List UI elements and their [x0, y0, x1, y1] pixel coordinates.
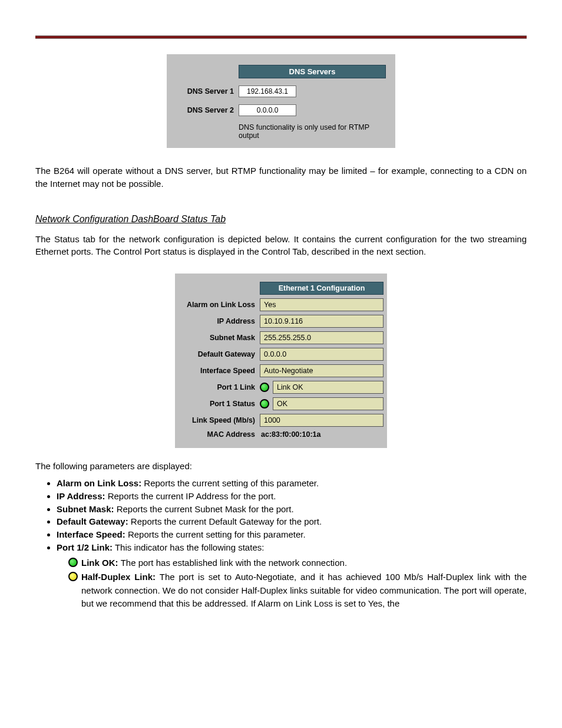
gw-value: 0.0.0.0 [260, 348, 384, 361]
ip-label: IP Address [178, 317, 260, 325]
param-speed: Interface Speed: Reports the current set… [57, 528, 527, 541]
status-paragraph: The Status tab for the network configura… [35, 233, 527, 259]
dns-server1-label: DNS Server 1 [174, 87, 239, 95]
speed-value: Auto-Negotiate [260, 364, 384, 377]
led-green-icon [68, 558, 78, 567]
page-root: DNS Servers DNS Server 1 DNS Server 2 DN… [0, 0, 562, 635]
param-gw: Default Gateway: Reports the current Def… [57, 515, 527, 528]
section-heading: Network Configuration DashBoard Status T… [35, 214, 527, 225]
status-led-green-icon [260, 399, 269, 409]
indicator-sublist: Link OK: The port has established link w… [68, 556, 527, 611]
param-portlink: Port 1/2 Link: This indicator has the fo… [57, 541, 527, 554]
linkspeed-value: 1000 [260, 414, 384, 427]
param-ip: IP Address: Reports the current IP Addre… [57, 490, 527, 503]
gw-label: Default Gateway [178, 350, 260, 358]
ip-value: 10.10.9.116 [260, 315, 384, 328]
dns-server2-label: DNS Server 2 [174, 106, 239, 114]
port-link-label: Port 1 Link [178, 383, 260, 391]
status-led-green-icon [260, 383, 269, 392]
dns-server1-input[interactable] [239, 85, 296, 97]
param-alarm: Alarm on Link Loss: Reports the current … [57, 477, 527, 490]
alarm-label: Alarm on Link Loss [178, 301, 260, 309]
eth-header: Ethernet 1 Configuration [260, 282, 384, 295]
indicator-half-duplex: Half-Duplex Link: The port is set to Aut… [68, 571, 527, 611]
dns-server2-input[interactable] [239, 104, 296, 116]
dns-server1-row: DNS Server 1 [174, 85, 386, 97]
mask-value: 255.255.255.0 [260, 331, 384, 344]
intro-paragraph: The B264 will operate without a DNS serv… [35, 164, 527, 190]
ethernet-panel: Ethernet 1 Configuration Alarm on Link L… [175, 274, 387, 448]
param-mask: Subnet Mask: Reports the current Subnet … [57, 503, 527, 516]
mac-value: ac:83:f0:00:10:1a [260, 430, 384, 439]
led-yellow-icon [68, 572, 78, 581]
dns-note: DNS functionality is only used for RTMP … [174, 123, 386, 140]
indicator-link-ok: Link OK: The port has established link w… [68, 556, 527, 570]
dns-panel: DNS Servers DNS Server 1 DNS Server 2 DN… [167, 54, 395, 148]
top-rule [35, 35, 527, 39]
dns-server2-row: DNS Server 2 [174, 104, 386, 116]
mac-label: MAC Address [178, 430, 260, 439]
port-status-value: OK [273, 397, 384, 410]
dns-header: DNS Servers [239, 65, 386, 78]
speed-label: Interface Speed [178, 367, 260, 375]
port-status-label: Port 1 Status [178, 400, 260, 408]
dns-header-row: DNS Servers [174, 65, 386, 78]
params-intro: The following parameters are displayed: [35, 461, 527, 471]
port-link-value: Link OK [273, 381, 384, 394]
linkspeed-label: Link Speed (Mb/s) [178, 416, 260, 424]
mask-label: Subnet Mask [178, 334, 260, 342]
params-list: Alarm on Link Loss: Reports the current … [57, 477, 527, 554]
alarm-value: Yes [260, 298, 384, 311]
